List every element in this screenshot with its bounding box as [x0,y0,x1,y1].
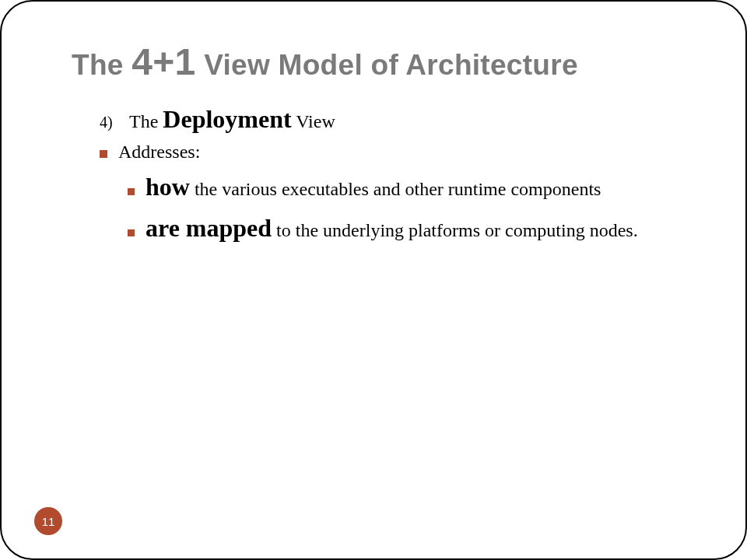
square-bullet-icon [128,188,135,195]
list-item-numbered: 4) The Deployment View [100,105,699,134]
text-post: the various executables and other runtim… [190,179,601,199]
text-strong: how [146,173,190,201]
text-strong: are mapped [146,214,272,242]
list-item-label: how the various executables and other ru… [146,170,601,204]
square-bullet-icon [128,229,135,236]
list-item: how the various executables and other ru… [128,170,699,204]
list-item-label: are mapped to the underlying platforms o… [146,212,638,245]
list-item: are mapped to the underlying platforms o… [128,212,699,245]
list-item-label: Addresses: [118,142,200,163]
title-accent: 4+1 [132,41,195,82]
text-post: to the underlying platforms or computing… [272,220,638,240]
list-number: 4) [100,114,118,131]
slide-body: 4) The Deployment View Addresses: how th… [79,105,699,245]
slide-number: 11 [42,515,55,528]
text-pre: The [129,111,163,131]
slide-number-badge: 11 [34,507,62,535]
list-item: Addresses: [100,142,699,163]
list-item-label: The Deployment View [129,105,335,134]
slide: The 4+1 View Model of Architecture 4) Th… [0,0,747,560]
title-pre: The [72,49,132,81]
text-strong: Deployment [163,105,291,133]
text-post: View [292,111,335,131]
square-bullet-icon [100,150,107,158]
title-post: View Model of Architecture [196,49,578,81]
slide-title: The 4+1 View Model of Architecture [72,40,699,83]
